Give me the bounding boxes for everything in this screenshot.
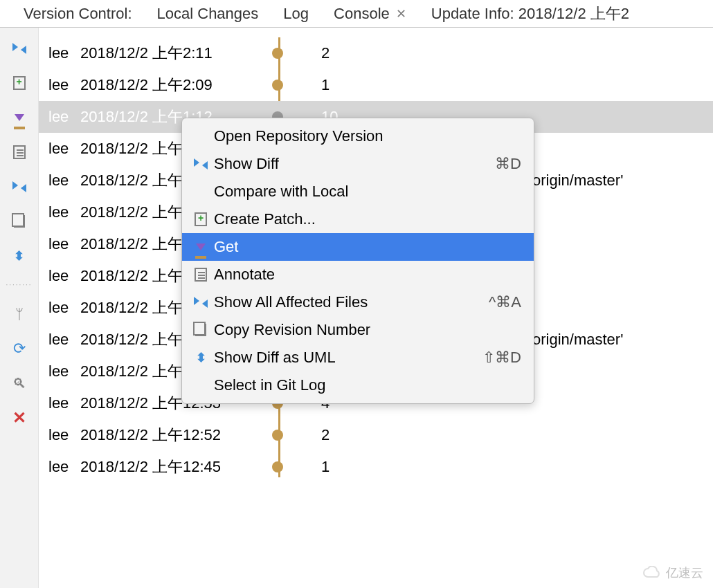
uml-icon: ⬍ (196, 350, 206, 365)
show-diff-icon[interactable] (11, 40, 28, 57)
menu-item-label: Create Patch... (211, 210, 521, 228)
separator: ········ (6, 282, 32, 288)
commit-row[interactable]: lee2018/12/2 上午12:522 (39, 419, 713, 451)
menu-item-label: Select in Git Log (211, 376, 521, 394)
commit-row[interactable]: lee2018/12/2 上午2:112 (39, 37, 713, 69)
commit-row[interactable]: lee2018/12/2 上午12:451 (39, 451, 713, 483)
menu-item-label: Compare with Local (211, 183, 521, 201)
commit-message: 1 (316, 458, 330, 476)
copy-icon (195, 324, 206, 336)
branch-icon[interactable]: ᛘ (11, 306, 28, 322)
commit-graph-node (274, 461, 316, 472)
commit-message: 1 (316, 76, 330, 94)
menu-item-copy-revision-number[interactable]: Copy Revision Number (182, 316, 534, 344)
tab-log[interactable]: Log (271, 0, 321, 27)
commit-author: lee (39, 362, 80, 380)
commit-author: lee (39, 235, 80, 253)
annotate-icon (195, 268, 207, 282)
menu-item-label: Open Repository Version (211, 127, 521, 145)
tab-update-info[interactable]: Update Info: 2018/12/2 上午2 (419, 0, 642, 27)
uml-diff-icon[interactable]: ⬍ (11, 248, 28, 264)
menu-item-label: Annotate (211, 266, 521, 284)
compare-icon[interactable] (11, 178, 28, 195)
menu-item-select-in-git-log[interactable]: Select in Git Log (182, 371, 534, 399)
get-icon[interactable] (11, 109, 28, 126)
menu-item-label: Get (211, 238, 521, 256)
menu-item-label: Show All Affected Files (211, 293, 489, 311)
vcs-title: Version Control: (11, 0, 145, 27)
vcs-toolbar: ⬍ ········ ᛘ ⟳ 🔍︎ ✕ (0, 28, 39, 588)
commit-graph-node (274, 430, 316, 441)
menu-item-label: Copy Revision Number (211, 321, 521, 339)
create-patch-icon[interactable] (11, 75, 28, 91)
commit-graph-node (274, 80, 316, 91)
menu-item-create-patch[interactable]: Create Patch... (182, 205, 534, 233)
commit-graph-node (274, 48, 316, 59)
vcs-tab-strip: Version Control: Local Changes Log Conso… (0, 0, 713, 28)
menu-item-label: Show Diff as UML (211, 349, 482, 367)
tab-console-label: Console (334, 5, 390, 23)
commit-author: lee (39, 299, 80, 317)
copy-revision-icon[interactable] (11, 213, 28, 230)
menu-item-show-diff-as-uml[interactable]: ⬍Show Diff as UML⇧⌘D (182, 344, 534, 371)
menu-item-show-diff[interactable]: Show Diff⌘D (182, 150, 534, 178)
commit-author: lee (39, 108, 80, 126)
find-icon[interactable]: 🔍︎ (11, 375, 28, 392)
tab-console[interactable]: Console ✕ (321, 0, 419, 27)
commit-date: 2018/12/2 上午12:52 (80, 425, 274, 445)
commit-author: lee (39, 458, 80, 476)
get-icon (196, 244, 206, 250)
commit-author: lee (39, 203, 80, 221)
menu-item-compare-with-local[interactable]: Compare with Local (182, 178, 534, 205)
diff-icon (194, 157, 208, 171)
commit-row[interactable]: lee2018/12/2 上午2:091 (39, 69, 713, 101)
commit-date: 2018/12/2 上午2:09 (80, 75, 274, 95)
commit-author: lee (39, 140, 80, 158)
commit-author: lee (39, 331, 80, 349)
commit-author: lee (39, 426, 80, 444)
refresh-icon[interactable]: ⟳ (11, 340, 28, 357)
menu-item-annotate[interactable]: Annotate (182, 261, 534, 288)
menu-item-open-repository-version[interactable]: Open Repository Version (182, 122, 534, 150)
commit-author: lee (39, 394, 80, 412)
commit-author: lee (39, 76, 80, 94)
commit-message: 2 (316, 44, 330, 62)
menu-item-show-all-affected-files[interactable]: Show All Affected Files^⌘A (182, 288, 534, 316)
commit-author: lee (39, 172, 80, 190)
menu-item-shortcut: ⌘D (495, 155, 521, 173)
patch-icon (195, 212, 207, 226)
menu-item-shortcut: ⇧⌘D (482, 349, 521, 367)
commit-message: 2 (316, 426, 330, 444)
watermark: 亿速云 (642, 564, 703, 581)
menu-item-label: Show Diff (211, 155, 495, 173)
commit-author: lee (39, 44, 80, 62)
close-icon[interactable]: ✕ (392, 6, 406, 21)
delete-icon[interactable]: ✕ (11, 410, 28, 426)
annotate-icon[interactable] (11, 144, 28, 160)
tab-local-changes[interactable]: Local Changes (145, 0, 271, 27)
commit-author: lee (39, 267, 80, 285)
commit-date: 2018/12/2 上午12:45 (80, 457, 274, 477)
menu-item-shortcut: ^⌘A (489, 293, 521, 311)
menu-item-get[interactable]: Get (182, 233, 534, 261)
diff-icon (194, 295, 208, 309)
context-menu: Open Repository VersionShow Diff⌘DCompar… (181, 118, 534, 404)
commit-date: 2018/12/2 上午2:11 (80, 43, 274, 64)
